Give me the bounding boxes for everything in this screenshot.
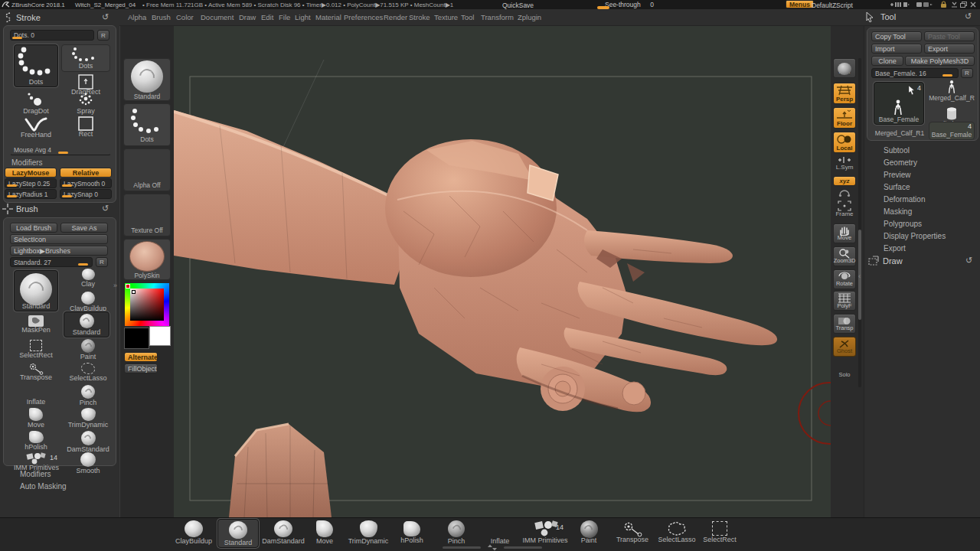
copy-tool-button[interactable]: Copy Tool	[871, 31, 922, 41]
lazysnap-slider[interactable]: LazySnap 0	[60, 189, 112, 199]
brush-clay[interactable]: Clay	[64, 269, 113, 290]
lazysmooth-slider[interactable]: LazySmooth 0	[60, 178, 112, 188]
panel-splitter-arrow-right[interactable]: ‹	[858, 272, 861, 280]
tray-alpha[interactable]: Alpha Off	[123, 148, 171, 191]
main-color-swatch[interactable]	[124, 328, 149, 349]
export-button[interactable]: Export	[924, 44, 975, 54]
bottombar-inflate[interactable]: Inflate	[482, 520, 518, 546]
menu-render[interactable]: Render	[384, 13, 407, 21]
stroke-panel-refresh-icon[interactable]: ↺	[102, 12, 109, 22]
bottombar-standard[interactable]: Standard	[217, 519, 259, 548]
brush-transpose[interactable]: Transpose	[14, 362, 58, 383]
transp-button[interactable]: Transp	[833, 314, 856, 334]
select-icon-button[interactable]: SelectIcon	[10, 234, 108, 244]
auto-masking-section[interactable]: Auto Masking	[20, 482, 67, 491]
bottombar-claybuildup[interactable]: ClayBuildup	[173, 520, 214, 546]
panel-config-icon[interactable]	[916, 2, 934, 8]
stroke-type-dots[interactable]: Dots	[61, 44, 110, 72]
lsym-button[interactable]: L.Sym	[833, 156, 856, 174]
bottombar-pinch[interactable]: Pinch	[439, 520, 473, 546]
secondary-color-swatch[interactable]	[149, 326, 171, 346]
tool-slider-r-button[interactable]: R	[961, 68, 973, 78]
bottombar-damstandard[interactable]: DamStandard	[262, 520, 305, 546]
brush-maskpen[interactable]: MaskPen	[14, 315, 58, 336]
bottombar-scroll-right-track[interactable]	[504, 546, 542, 549]
minimize-icon[interactable]	[951, 2, 958, 8]
menu-light[interactable]: Light	[295, 13, 311, 21]
section-surface[interactable]: Surface	[884, 183, 910, 191]
menu-edit[interactable]: Edit	[261, 13, 273, 21]
stroke-type-dragdot[interactable]: DragDot	[14, 92, 58, 118]
bottombar-scroll-left-track[interactable]	[443, 546, 481, 549]
section-deformation[interactable]: Deformation	[884, 195, 925, 204]
canvas-viewport[interactable]	[174, 26, 831, 517]
stroke-modifiers-section[interactable]: Modifiers	[11, 158, 43, 167]
persp-button[interactable]: Persp	[833, 83, 856, 104]
brush-inflate[interactable]: Inflate	[14, 385, 58, 406]
bpr-button[interactable]: BPR	[833, 58, 856, 78]
stroke-type-spray[interactable]: Spray	[61, 92, 110, 118]
bottombar-scroll-arrows[interactable]	[484, 544, 501, 551]
dots-slider-r-button[interactable]: R	[97, 30, 109, 41]
alternate-button[interactable]: Alternate	[124, 352, 158, 362]
solo-button[interactable]: Solo	[833, 361, 856, 381]
menu-color[interactable]: Color	[176, 13, 194, 21]
section-subtool[interactable]: Subtool	[884, 146, 910, 155]
menu-material[interactable]: Material	[315, 13, 341, 21]
save-as-button[interactable]: Save As	[60, 223, 108, 233]
menu-texture[interactable]: Texture	[434, 13, 458, 21]
clone-button[interactable]: Clone	[871, 56, 903, 66]
tray-texture[interactable]: Texture Off	[123, 194, 171, 236]
brush-paint[interactable]: Paint	[64, 339, 113, 360]
menus-button[interactable]: Menus	[786, 0, 814, 8]
paste-tool-button[interactable]: Paste Tool	[924, 31, 975, 41]
brush-damstandard[interactable]: DamStandard	[64, 431, 113, 452]
tray-current-brush[interactable]: Standard	[123, 58, 171, 101]
make-polymesh3d-button[interactable]: Make PolyMesh3D	[905, 56, 975, 66]
bottombar-move[interactable]: Move	[308, 520, 341, 546]
brush-smooth[interactable]: Smooth	[64, 452, 113, 475]
ui-size-slider-icon[interactable]	[890, 2, 910, 8]
shelf-scrollbar[interactable]	[858, 58, 861, 387]
dots-slider[interactable]: Dots. 0	[10, 30, 94, 41]
lazystep-slider[interactable]: LazyStep 0.25	[5, 178, 57, 188]
bottombar-transpose[interactable]: Transpose	[609, 520, 655, 546]
brush-claybuildup[interactable]: ClayBuildup	[64, 292, 113, 313]
load-brush-button[interactable]: Load Brush	[10, 223, 57, 233]
local-button[interactable]: Local	[833, 132, 856, 153]
tray-current-stroke[interactable]: Dots	[123, 103, 171, 146]
section-preview[interactable]: Preview	[884, 171, 911, 179]
menu-tool[interactable]: Tool	[461, 13, 474, 21]
menu-stroke[interactable]: Stroke	[409, 13, 430, 21]
bottombar-selectlasso[interactable]: SelectLasso	[655, 520, 698, 546]
draw-palette-refresh-icon[interactable]: ↺	[965, 256, 972, 266]
brush-move[interactable]: Move	[14, 408, 58, 429]
frame-button[interactable]: Frame	[833, 201, 856, 220]
polyf-button[interactable]: PolyF	[833, 291, 856, 311]
restore-window-icon[interactable]	[960, 2, 967, 8]
menu-alpha[interactable]: Alpha	[128, 13, 146, 21]
relative-button[interactable]: Relative	[60, 168, 112, 178]
lightbox-brushes-button[interactable]: Lightbox▶Brushes	[10, 246, 108, 256]
bottombar-hpolish[interactable]: hPolish	[395, 520, 429, 546]
lock-icon[interactable]	[940, 1, 947, 8]
standard-slider-r-button[interactable]: R	[96, 257, 108, 267]
tool-thumb-merged-calf-r[interactable]: Merged_Calf_R	[927, 79, 976, 106]
bottombar-trimdynamic[interactable]: TrimDynamic	[345, 520, 392, 546]
tool-thumb-base-female2[interactable]: 4 Base_Female	[929, 122, 975, 140]
brush-standard-large[interactable]: Standard	[14, 270, 58, 311]
color-picker[interactable]	[125, 283, 169, 326]
tool-thumb-merged-calf-r1[interactable]: Merged_Calf_R1	[871, 126, 928, 140]
stroke-type-rect[interactable]: Rect	[61, 116, 110, 142]
import-button[interactable]: Import	[871, 44, 922, 54]
quicksave-button[interactable]: QuickSave	[502, 2, 534, 9]
close-icon[interactable]	[970, 2, 976, 8]
ghost-button[interactable]: Ghost	[833, 337, 856, 357]
brush-pinch[interactable]: Pinch	[64, 385, 113, 406]
stroke-type-freehand[interactable]: FreeHand	[14, 116, 58, 142]
default-zscript-button[interactable]: DefaultZScript	[812, 2, 853, 9]
mouse-avg-slider[interactable]: Mouse Avg 4	[10, 145, 111, 155]
brush-modifiers-section[interactable]: Modifiers	[20, 470, 51, 478]
lazymouse-button[interactable]: LazyMouse	[5, 168, 57, 178]
zoom3d-button[interactable]: Zoom3D	[833, 246, 856, 266]
